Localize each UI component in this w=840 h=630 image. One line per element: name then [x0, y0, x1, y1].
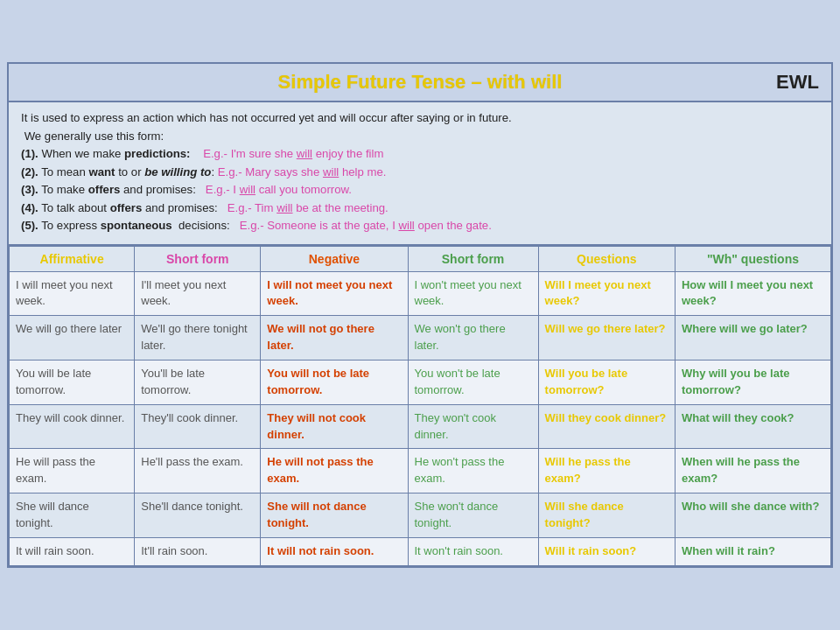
table-row: You will be late tomorrow.You'll be late… [10, 360, 831, 404]
col-header-wh: "Wh" questions [675, 246, 830, 271]
table-cell: You won't be late tomorrow. [408, 360, 538, 404]
page-title: Simple Future Tense – with will [278, 71, 563, 93]
intro-section: It is used to express an action which ha… [9, 102, 831, 245]
table-row: He will pass the exam.He'll pass the exa… [10, 449, 831, 494]
table-cell: I will not meet you next week. [261, 271, 408, 316]
table-cell: Will she dance tonight? [538, 494, 675, 538]
table-row: We will go there laterWe'll go there ton… [10, 316, 831, 360]
table-cell: We won't go there later. [408, 316, 538, 360]
table-cell: She will not dance tonight. [261, 494, 408, 538]
col-header-negative: Negative [261, 246, 408, 271]
intro-line2: We generally use this form: [21, 128, 819, 145]
table-section: Affirmative Short form Negative Short fo… [9, 246, 831, 566]
table-row: I will meet you next week.I'll meet you … [10, 271, 831, 316]
table-cell: Why will you be late tomorrow? [675, 360, 830, 404]
table-cell: I'll meet you next week. [135, 271, 261, 316]
table-row: They will cook dinner.They'll cook dinne… [10, 404, 831, 449]
table-cell: He won't pass the exam. [408, 449, 538, 494]
intro-item5: (5). To express spontaneous decisions: E… [21, 217, 819, 234]
intro-item2: (2). To mean want to or be willing to: E… [21, 164, 819, 181]
table-cell: We will go there later [10, 316, 135, 360]
col-header-short2: Short form [408, 246, 538, 271]
table-cell: Will it rain soon? [538, 537, 675, 565]
table-cell: Will you be late tomorrow? [538, 360, 675, 404]
table-cell: He will pass the exam. [10, 449, 135, 494]
table-cell: He will not pass the exam. [261, 449, 408, 494]
table-cell: They will not cook dinner. [261, 404, 408, 449]
col-header-affirmative: Affirmative [10, 246, 135, 271]
col-header-questions: Questions [538, 246, 675, 271]
table-cell: It will rain soon. [10, 537, 135, 565]
header: Simple Future Tense – with will EWL [9, 64, 831, 102]
table-cell: What will they cook? [675, 404, 830, 449]
table-cell: Will he pass the exam? [538, 449, 675, 494]
table-cell: Will we go there later? [538, 316, 675, 360]
intro-item1: (1). When we make predictions: E.g.- I'm… [21, 145, 819, 163]
table-cell: It'll rain soon. [135, 537, 261, 565]
table-cell: We'll go there tonight later. [135, 316, 261, 360]
table-cell: I won't meet you next week. [408, 271, 538, 316]
table-cell: We will not go there later. [261, 316, 408, 360]
table-cell: It won't rain soon. [408, 537, 538, 565]
table-cell: Will I meet you next week? [538, 271, 675, 316]
intro-item3: (3). To make offers and promises: E.g.- … [21, 181, 819, 199]
table-cell: She'll dance tonight. [135, 494, 261, 538]
table-cell: How will I meet you next week? [675, 271, 830, 316]
table-header-row: Affirmative Short form Negative Short fo… [10, 246, 831, 271]
table-row: She will dance tonight.She'll dance toni… [10, 494, 831, 538]
table-cell: I will meet you next week. [10, 271, 135, 316]
intro-item4: (4). To talk about offers and promises: … [21, 200, 819, 217]
table-cell: Where will we go later? [675, 316, 830, 360]
main-container: Simple Future Tense – with will EWL It i… [7, 62, 833, 567]
table-cell: When will he pass the exam? [675, 449, 830, 494]
col-header-short1: Short form [135, 246, 261, 271]
table-cell: It will not rain soon. [261, 537, 408, 565]
table-cell: Will they cook dinner? [538, 404, 675, 449]
table-cell: You will not be late tomorrow. [261, 360, 408, 404]
table-cell: Who will she dance with? [675, 494, 830, 538]
table-cell: She won't dance tonight. [408, 494, 538, 538]
intro-line1: It is used to express an action which ha… [21, 109, 819, 127]
table-cell: They'll cook dinner. [135, 404, 261, 449]
table-cell: She will dance tonight. [10, 494, 135, 538]
table-cell: When will it rain? [675, 537, 830, 565]
table-cell: You will be late tomorrow. [10, 360, 135, 404]
table-row: It will rain soon.It'll rain soon.It wil… [10, 537, 831, 565]
ewl-label: EWL [776, 71, 819, 94]
table-cell: They will cook dinner. [10, 404, 135, 449]
table-cell: They won't cook dinner. [408, 404, 538, 449]
table-cell: He'll pass the exam. [135, 449, 261, 494]
table-cell: You'll be late tomorrow. [135, 360, 261, 404]
grammar-table: Affirmative Short form Negative Short fo… [9, 246, 831, 566]
